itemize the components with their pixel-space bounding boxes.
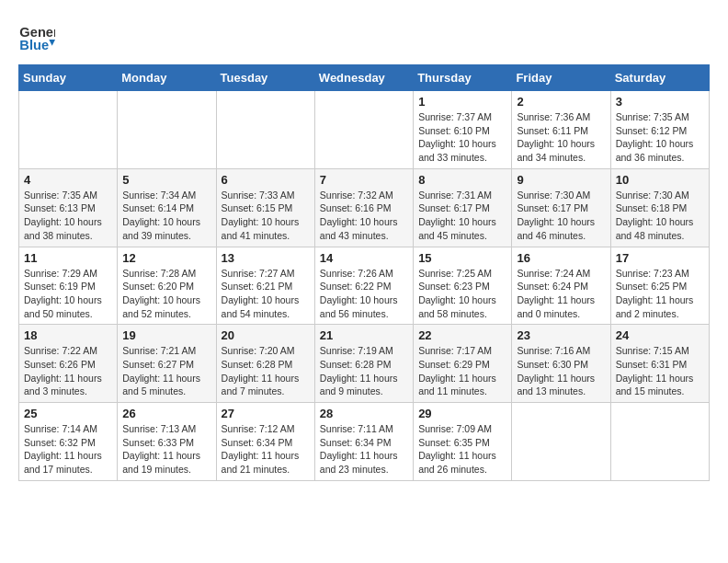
day-number: 20 (222, 328, 310, 342)
day-number: 18 (24, 328, 112, 342)
day-info: Sunrise: 7:29 AM Sunset: 6:19 PM Dayligh… (24, 267, 112, 321)
day-info: Sunrise: 7:30 AM Sunset: 6:18 PM Dayligh… (616, 189, 704, 243)
day-info: Sunrise: 7:09 AM Sunset: 6:35 PM Dayligh… (418, 422, 506, 477)
calendar-cell: 26Sunrise: 7:13 AM Sunset: 6:33 PM Dayli… (118, 403, 216, 481)
weekday-header: Tuesday (216, 65, 314, 91)
calendar-cell: 22Sunrise: 7:17 AM Sunset: 6:29 PM Dayli… (414, 325, 512, 403)
day-info: Sunrise: 7:16 AM Sunset: 6:30 PM Dayligh… (517, 344, 605, 398)
calendar-cell: 2Sunrise: 7:36 AM Sunset: 6:11 PM Daylig… (512, 91, 610, 169)
weekday-header: Friday (512, 65, 610, 91)
day-info: Sunrise: 7:23 AM Sunset: 6:25 PM Dayligh… (616, 267, 704, 321)
calendar-cell: 10Sunrise: 7:30 AM Sunset: 6:18 PM Dayli… (610, 168, 709, 247)
day-info: Sunrise: 7:11 AM Sunset: 6:34 PM Dayligh… (320, 422, 408, 477)
calendar-cell: 14Sunrise: 7:26 AM Sunset: 6:22 PM Dayli… (314, 247, 413, 325)
weekday-header: Thursday (414, 65, 512, 91)
day-info: Sunrise: 7:37 AM Sunset: 6:10 PM Dayligh… (418, 110, 506, 165)
day-number: 24 (616, 328, 704, 342)
weekday-header: Wednesday (314, 65, 413, 91)
day-number: 11 (24, 251, 112, 265)
day-info: Sunrise: 7:14 AM Sunset: 6:32 PM Dayligh… (24, 422, 112, 477)
svg-text:Blue: Blue (19, 38, 49, 52)
day-info: Sunrise: 7:35 AM Sunset: 6:13 PM Dayligh… (24, 189, 112, 243)
calendar-cell: 7Sunrise: 7:32 AM Sunset: 6:16 PM Daylig… (314, 168, 413, 247)
calendar-cell: 27Sunrise: 7:12 AM Sunset: 6:34 PM Dayli… (216, 403, 314, 481)
day-number: 26 (122, 407, 210, 420)
day-number: 7 (320, 173, 408, 187)
calendar-cell (610, 403, 709, 481)
day-info: Sunrise: 7:30 AM Sunset: 6:17 PM Dayligh… (517, 189, 605, 243)
weekday-header: Sunday (19, 65, 118, 91)
day-number: 3 (616, 95, 704, 109)
calendar-cell: 8Sunrise: 7:31 AM Sunset: 6:17 PM Daylig… (414, 168, 512, 247)
day-info: Sunrise: 7:25 AM Sunset: 6:23 PM Dayligh… (418, 267, 506, 321)
day-number: 5 (122, 173, 210, 187)
day-number: 6 (222, 173, 310, 187)
calendar-cell (118, 91, 216, 169)
day-number: 12 (122, 251, 210, 265)
calendar-cell: 1Sunrise: 7:37 AM Sunset: 6:10 PM Daylig… (414, 91, 512, 169)
day-info: Sunrise: 7:21 AM Sunset: 6:27 PM Dayligh… (122, 344, 210, 398)
day-info: Sunrise: 7:26 AM Sunset: 6:22 PM Dayligh… (320, 267, 408, 321)
calendar-cell: 16Sunrise: 7:24 AM Sunset: 6:24 PM Dayli… (512, 247, 610, 325)
day-number: 28 (320, 407, 408, 420)
calendar-cell: 18Sunrise: 7:22 AM Sunset: 6:26 PM Dayli… (19, 325, 118, 403)
day-number: 14 (320, 251, 408, 265)
calendar-cell: 24Sunrise: 7:15 AM Sunset: 6:31 PM Dayli… (610, 325, 709, 403)
day-number: 8 (418, 173, 506, 187)
day-info: Sunrise: 7:34 AM Sunset: 6:14 PM Dayligh… (122, 189, 210, 243)
calendar-cell: 20Sunrise: 7:20 AM Sunset: 6:28 PM Dayli… (216, 325, 314, 403)
day-number: 2 (517, 95, 605, 109)
calendar-cell: 17Sunrise: 7:23 AM Sunset: 6:25 PM Dayli… (610, 247, 709, 325)
calendar-cell (512, 403, 610, 481)
day-number: 27 (222, 407, 310, 420)
calendar-cell: 25Sunrise: 7:14 AM Sunset: 6:32 PM Dayli… (19, 403, 118, 481)
calendar-header: SundayMondayTuesdayWednesdayThursdayFrid… (19, 65, 710, 91)
calendar-cell: 15Sunrise: 7:25 AM Sunset: 6:23 PM Dayli… (414, 247, 512, 325)
day-info: Sunrise: 7:31 AM Sunset: 6:17 PM Dayligh… (418, 189, 506, 243)
day-info: Sunrise: 7:22 AM Sunset: 6:26 PM Dayligh… (24, 344, 112, 398)
calendar-cell (19, 91, 118, 169)
day-number: 29 (418, 407, 506, 420)
calendar-cell: 29Sunrise: 7:09 AM Sunset: 6:35 PM Dayli… (414, 403, 512, 481)
day-info: Sunrise: 7:28 AM Sunset: 6:20 PM Dayligh… (122, 267, 210, 321)
calendar-cell (216, 91, 314, 169)
calendar-cell: 9Sunrise: 7:30 AM Sunset: 6:17 PM Daylig… (512, 168, 610, 247)
day-number: 15 (418, 251, 506, 265)
calendar-cell: 4Sunrise: 7:35 AM Sunset: 6:13 PM Daylig… (19, 168, 118, 247)
day-number: 23 (517, 328, 605, 342)
weekday-header: Monday (118, 65, 216, 91)
day-info: Sunrise: 7:27 AM Sunset: 6:21 PM Dayligh… (222, 267, 310, 321)
calendar-cell (314, 91, 413, 169)
weekday-header: Saturday (610, 65, 709, 91)
day-info: Sunrise: 7:12 AM Sunset: 6:34 PM Dayligh… (222, 422, 310, 477)
svg-marker-2 (49, 40, 55, 46)
calendar-cell: 23Sunrise: 7:16 AM Sunset: 6:30 PM Dayli… (512, 325, 610, 403)
day-number: 25 (24, 407, 112, 420)
day-number: 1 (418, 95, 506, 109)
day-info: Sunrise: 7:15 AM Sunset: 6:31 PM Dayligh… (616, 344, 704, 398)
day-number: 17 (616, 251, 704, 265)
day-info: Sunrise: 7:33 AM Sunset: 6:15 PM Dayligh… (222, 189, 310, 243)
day-number: 13 (222, 251, 310, 265)
calendar-cell: 5Sunrise: 7:34 AM Sunset: 6:14 PM Daylig… (118, 168, 216, 247)
day-info: Sunrise: 7:20 AM Sunset: 6:28 PM Dayligh… (222, 344, 310, 398)
day-number: 10 (616, 173, 704, 187)
calendar-cell: 13Sunrise: 7:27 AM Sunset: 6:21 PM Dayli… (216, 247, 314, 325)
day-number: 9 (517, 173, 605, 187)
calendar-table: SundayMondayTuesdayWednesdayThursdayFrid… (18, 64, 710, 481)
calendar-cell: 11Sunrise: 7:29 AM Sunset: 6:19 PM Dayli… (19, 247, 118, 325)
day-number: 16 (517, 251, 605, 265)
day-info: Sunrise: 7:17 AM Sunset: 6:29 PM Dayligh… (418, 344, 506, 398)
day-info: Sunrise: 7:32 AM Sunset: 6:16 PM Dayligh… (320, 189, 408, 243)
day-info: Sunrise: 7:13 AM Sunset: 6:33 PM Dayligh… (122, 422, 210, 477)
day-info: Sunrise: 7:35 AM Sunset: 6:12 PM Dayligh… (616, 110, 704, 165)
calendar-cell: 28Sunrise: 7:11 AM Sunset: 6:34 PM Dayli… (314, 403, 413, 481)
day-number: 21 (320, 328, 408, 342)
day-info: Sunrise: 7:19 AM Sunset: 6:28 PM Dayligh… (320, 344, 408, 398)
day-info: Sunrise: 7:36 AM Sunset: 6:11 PM Dayligh… (517, 110, 605, 165)
day-number: 4 (24, 173, 112, 187)
logo: General Blue (18, 18, 59, 55)
calendar-cell: 12Sunrise: 7:28 AM Sunset: 6:20 PM Dayli… (118, 247, 216, 325)
calendar-cell: 19Sunrise: 7:21 AM Sunset: 6:27 PM Dayli… (118, 325, 216, 403)
day-number: 22 (418, 328, 506, 342)
